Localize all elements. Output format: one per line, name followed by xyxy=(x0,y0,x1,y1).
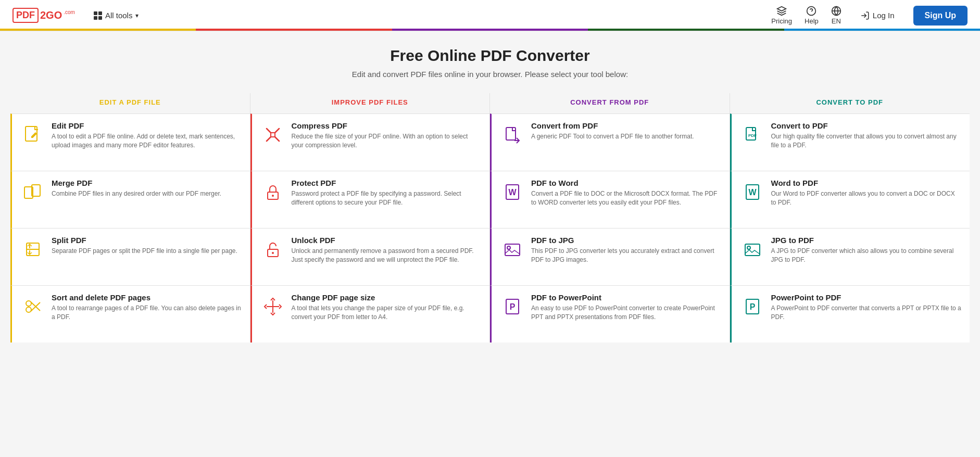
nav-language[interactable]: EN xyxy=(831,6,841,25)
tool-info-from_pdf-2: PDF to JPGThis PDF to JPG converter lets… xyxy=(531,236,721,265)
tool-info-improve-1: Protect PDFPassword protect a PDF file b… xyxy=(292,179,482,208)
tool-info-from_pdf-3: PDF to PowerPointAn easy to use PDF to P… xyxy=(531,293,721,322)
tool-desc-to_pdf-1: Our Word to PDF converter allows you to … xyxy=(771,189,962,208)
tool-info-to_pdf-3: PowerPoint to PDFA PowerPoint to PDF con… xyxy=(771,293,962,322)
tool-icon-to_pdf-3: P xyxy=(740,294,765,319)
svg-rect-30 xyxy=(745,244,760,256)
svg-text:P: P xyxy=(510,302,516,311)
tool-card-improve-2[interactable]: Unlock PDFUnlock and permanently remove … xyxy=(250,228,490,285)
tool-card-edit-0[interactable]: Edit PDFA tool to edit a PDF file online… xyxy=(10,113,250,171)
tool-card-from_pdf-1[interactable]: W PDF to WordConvert a PDF file to DOC o… xyxy=(490,171,730,228)
signup-label: Sign Up xyxy=(925,11,956,20)
tool-title-to_pdf-2: JPG to PDF xyxy=(771,236,962,245)
col-header-edit: EDIT A PDF FILE xyxy=(10,93,250,113)
tool-card-to_pdf-1[interactable]: W Word to PDFOur Word to PDF converter a… xyxy=(730,171,970,228)
tool-title-from_pdf-2: PDF to JPG xyxy=(531,236,721,245)
tool-card-edit-2[interactable]: Split PDFSeparate PDF pages or split the… xyxy=(10,228,250,285)
pricing-icon xyxy=(776,6,787,16)
tool-desc-edit-3: A tool to rearrange pages of a PDF file.… xyxy=(52,304,242,322)
svg-text:P: P xyxy=(749,302,755,311)
tool-desc-edit-0: A tool to edit a PDF file online. Add or… xyxy=(52,132,242,150)
col-improve: IMPROVE PDF FILES Compress PDFReduce the… xyxy=(250,93,491,342)
tool-title-from_pdf-3: PDF to PowerPoint xyxy=(531,293,721,302)
tool-info-edit-1: Merge PDFCombine PDF files in any desire… xyxy=(52,179,242,198)
page-subtitle: Edit and convert PDF files online in you… xyxy=(10,70,970,79)
grid-icon xyxy=(94,11,102,20)
logo[interactable]: PDF 2GO .com xyxy=(12,8,75,23)
signup-button[interactable]: Sign Up xyxy=(913,6,968,26)
tool-desc-improve-2: Unlock and permanently remove a password… xyxy=(292,247,482,265)
svg-point-17 xyxy=(272,252,274,254)
nav-help[interactable]: Help xyxy=(805,6,819,25)
page-title: Free Online PDF Converter xyxy=(10,47,970,65)
login-button[interactable]: Log In xyxy=(854,7,901,24)
tool-desc-from_pdf-3: An easy to use PDF to PowerPoint convert… xyxy=(531,304,721,322)
tool-title-from_pdf-0: Convert from PDF xyxy=(531,121,721,130)
tool-title-improve-3: Change PDF page size xyxy=(292,293,482,302)
tool-desc-from_pdf-0: A generic PDF Tool to convert a PDF file… xyxy=(531,132,721,141)
tool-card-to_pdf-2[interactable]: JPG to PDFA JPG to PDF converter which a… xyxy=(730,228,970,285)
tool-icon-edit-2 xyxy=(20,237,45,262)
logo-2go-text: 2GO xyxy=(40,9,62,21)
tool-desc-to_pdf-0: Our high quality file converter that all… xyxy=(771,132,962,150)
header-nav: Pricing Help EN Log In Sign Up xyxy=(771,6,968,26)
language-label: EN xyxy=(832,17,841,25)
tool-title-improve-2: Unlock PDF xyxy=(292,236,482,245)
tool-card-to_pdf-0[interactable]: PDF Convert to PDFOur high quality file … xyxy=(730,113,970,171)
svg-point-15 xyxy=(272,195,274,197)
tool-icon-improve-0 xyxy=(260,122,285,147)
svg-point-10 xyxy=(26,301,31,306)
tool-title-to_pdf-3: PowerPoint to PDF xyxy=(771,293,962,302)
tool-desc-from_pdf-1: Convert a PDF file to DOC or the Microso… xyxy=(531,189,721,208)
tool-title-to_pdf-1: Word to PDF xyxy=(771,179,962,187)
tool-card-improve-3[interactable]: Change PDF page sizeA tool that lets you… xyxy=(250,285,490,342)
tool-card-from_pdf-3[interactable]: P PDF to PowerPointAn easy to use PDF to… xyxy=(490,285,730,342)
all-tools-label: All tools xyxy=(105,11,133,20)
tool-info-edit-0: Edit PDFA tool to edit a PDF file online… xyxy=(52,121,242,150)
svg-text:PDF: PDF xyxy=(748,133,757,138)
col-header-from_pdf: CONVERT FROM PDF xyxy=(490,93,730,113)
tool-desc-edit-1: Combine PDF files in any desired order w… xyxy=(52,189,242,198)
tool-icon-from_pdf-2 xyxy=(500,237,525,262)
tool-title-improve-0: Compress PDF xyxy=(292,121,482,130)
tool-title-from_pdf-1: PDF to Word xyxy=(531,179,721,187)
tool-icon-to_pdf-2 xyxy=(740,237,765,262)
svg-rect-22 xyxy=(505,244,520,256)
tool-icon-from_pdf-3: P xyxy=(500,294,525,319)
tool-icon-edit-1 xyxy=(20,180,45,205)
tool-card-edit-1[interactable]: Merge PDFCombine PDF files in any desire… xyxy=(10,171,250,228)
col-from_pdf: CONVERT FROM PDF Convert from PDFA gener… xyxy=(490,93,730,342)
tool-title-edit-0: Edit PDF xyxy=(52,121,242,130)
tool-info-from_pdf-0: Convert from PDFA generic PDF Tool to co… xyxy=(531,121,721,141)
tool-icon-to_pdf-1: W xyxy=(740,180,765,205)
svg-point-11 xyxy=(26,307,31,312)
tool-info-to_pdf-1: Word to PDFOur Word to PDF converter all… xyxy=(771,179,962,208)
all-tools-button[interactable]: All tools ▾ xyxy=(87,7,145,24)
svg-rect-18 xyxy=(506,128,516,140)
tool-desc-to_pdf-2: A JPG to PDF converter which also allows… xyxy=(771,247,962,265)
tool-card-improve-1[interactable]: Protect PDFPassword protect a PDF file b… xyxy=(250,171,490,228)
tool-info-improve-0: Compress PDFReduce the file size of your… xyxy=(292,121,482,150)
svg-text:W: W xyxy=(508,188,517,197)
svg-point-23 xyxy=(507,246,510,249)
tool-card-from_pdf-2[interactable]: PDF to JPGThis PDF to JPG converter lets… xyxy=(490,228,730,285)
tool-icon-edit-0 xyxy=(20,122,45,147)
help-icon xyxy=(806,6,816,16)
tool-icon-from_pdf-1: W xyxy=(500,180,525,205)
tools-grid: EDIT A PDF FILE Edit PDFA tool to edit a… xyxy=(10,93,970,342)
tool-card-to_pdf-3[interactable]: P PowerPoint to PDFA PowerPoint to PDF c… xyxy=(730,285,970,342)
tool-icon-improve-2 xyxy=(260,237,285,262)
globe-icon xyxy=(831,6,841,16)
login-label: Log In xyxy=(873,11,895,20)
tool-card-from_pdf-0[interactable]: Convert from PDFA generic PDF Tool to co… xyxy=(490,113,730,171)
tool-desc-improve-0: Reduce the file size of your PDF online.… xyxy=(292,132,482,150)
tool-info-improve-2: Unlock PDFUnlock and permanently remove … xyxy=(292,236,482,265)
svg-point-31 xyxy=(747,246,750,249)
tool-title-to_pdf-0: Convert to PDF xyxy=(771,121,962,130)
tool-card-improve-0[interactable]: Compress PDFReduce the file size of your… xyxy=(250,113,490,171)
tool-desc-improve-3: A tool that lets you change the paper si… xyxy=(292,304,482,322)
svg-text:W: W xyxy=(748,188,757,197)
tool-desc-improve-1: Password protect a PDF file by specifyin… xyxy=(292,189,482,208)
tool-card-edit-3[interactable]: Sort and delete PDF pagesA tool to rearr… xyxy=(10,285,250,342)
nav-pricing[interactable]: Pricing xyxy=(771,6,792,25)
